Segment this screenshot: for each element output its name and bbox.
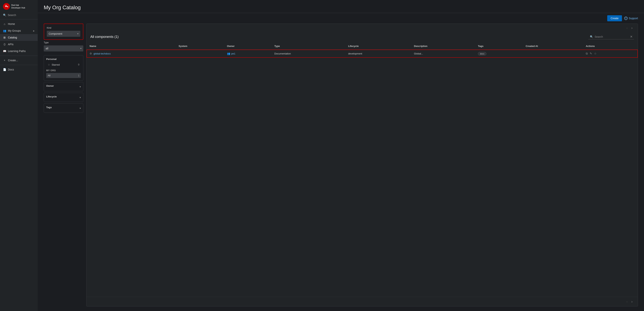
col-tags: Tags — [475, 43, 522, 50]
sidebar: Red Hat Developer Hub 🔍 Search ⌂ Home 👥 … — [0, 0, 38, 311]
support-label: Support — [629, 17, 638, 20]
main-toolbar: Create ? Support — [38, 13, 644, 24]
col-system: System — [176, 43, 224, 50]
filter-owner-section: Owner ▾ — [44, 82, 83, 91]
filter-type-select-wrapper[interactable]: all — [44, 46, 83, 52]
cell-actions: ⧉ ✎ ☆ — [583, 50, 638, 58]
filter-type-select[interactable]: all — [44, 46, 83, 52]
next-page-button-bottom[interactable]: › — [630, 299, 634, 304]
filter-starred-row[interactable]: ☆ Starred 0 — [46, 62, 81, 67]
col-name: Name — [86, 43, 176, 50]
filter-starred-count: 0 — [78, 63, 79, 66]
cell-name: ⚙ global-techdocs — [86, 50, 176, 58]
grid-icon: ⊞ — [3, 36, 6, 39]
sidebar-item-catalog[interactable]: ⊞ Catalog — [0, 34, 38, 41]
chevron-down-icon: ▾ — [80, 85, 81, 88]
star-action-icon[interactable]: ☆ — [594, 52, 596, 55]
sidebar-search-label: Search — [8, 14, 16, 16]
edit-icon[interactable]: ✎ — [590, 52, 592, 55]
col-lifecycle: Lifecycle — [345, 43, 411, 50]
cell-owner: 👥 pe1 — [224, 50, 271, 58]
main-content: My Org Catalog Create ? Support Kind Com… — [38, 0, 644, 311]
cell-tags: docs — [475, 50, 522, 58]
owner-cell-content: 👥 pe1 — [227, 52, 268, 55]
app-logo: Red Hat Developer Hub — [0, 0, 38, 12]
filter-kind-select-wrapper[interactable]: Component — [47, 31, 80, 37]
support-icon: ? — [624, 16, 628, 20]
name-cell-content: ⚙ global-techdocs — [90, 52, 172, 55]
filter-lifecycle-dropdown[interactable]: Lifecycle ▾ — [46, 95, 81, 100]
table-search-bar[interactable]: 🔍 ✕ — [588, 34, 634, 40]
table-panel: ‹ › All components (1) 🔍 ✕ Name — [86, 24, 638, 306]
filter-kind-label: Kind — [47, 26, 80, 29]
filter-all-row[interactable]: All 1 — [46, 73, 81, 78]
content-area: Kind Component Type all Personal — [38, 24, 644, 311]
filter-tags-dropdown[interactable]: Tags ▾ — [46, 106, 81, 110]
filter-all-count: 1 — [78, 74, 79, 77]
book-icon: 📖 — [3, 50, 6, 52]
filter-personal-section: Personal ☆ Starred 0 My Org All 1 — [44, 55, 83, 80]
filter-tags-section: Tags ▾ — [44, 104, 83, 113]
table-search-input[interactable] — [594, 35, 628, 38]
table-header: All components (1) 🔍 ✕ — [86, 31, 638, 43]
catalog-table: Name System Owner Type Lifecycle Descrip… — [86, 43, 638, 58]
sidebar-item-create[interactable]: ＋ Create... — [0, 57, 38, 64]
support-button[interactable]: ? Support — [624, 16, 638, 20]
sidebar-item-home-label: Home — [8, 22, 15, 26]
table-search-icon: 🔍 — [590, 35, 593, 38]
sidebar-divider-3 — [0, 65, 38, 65]
component-icon: ⚙ — [90, 52, 92, 55]
filter-kind-select[interactable]: Component — [47, 31, 80, 37]
pagination-controls-top: ‹ › — [625, 25, 634, 31]
star-icon: ☆ — [48, 63, 50, 66]
filter-lifecycle-label: Lifecycle — [46, 95, 57, 98]
chevron-down-icon-2: ▾ — [80, 96, 81, 99]
table-row[interactable]: ⚙ global-techdocs 👥 pe1 — [86, 50, 638, 58]
filter-type-label: Type — [44, 41, 83, 44]
action-icons-group: ⧉ ✎ ☆ — [586, 52, 635, 55]
cell-system — [176, 50, 224, 58]
chevron-right-icon: ▶ — [33, 30, 35, 32]
create-button[interactable]: Create — [607, 15, 622, 21]
sidebar-item-catalog-label: Catalog — [8, 36, 17, 39]
filter-personal-title: Personal — [46, 58, 81, 60]
col-actions: Actions — [583, 43, 638, 50]
app-name-text: Red Hat Developer Hub — [11, 4, 25, 9]
pagination-top: ‹ › — [86, 24, 638, 31]
sidebar-item-docs[interactable]: 📄 Docs — [0, 66, 38, 73]
filter-owner-label: Owner — [46, 84, 54, 87]
search-clear-button[interactable]: ✕ — [630, 35, 632, 38]
chevron-down-icon-3: ▾ — [80, 107, 81, 110]
pagination-bottom: ‹ › — [86, 297, 638, 306]
cell-type: Documentation — [271, 50, 345, 58]
home-icon: ⌂ — [3, 22, 6, 26]
table-title: All components (1) — [90, 35, 118, 39]
col-owner: Owner — [224, 43, 271, 50]
table-header-row: Name System Owner Type Lifecycle Descrip… — [86, 43, 638, 50]
prev-page-button-top[interactable]: ‹ — [625, 25, 629, 31]
cell-description: Global... — [411, 50, 475, 58]
sidebar-item-docs-label: Docs — [8, 68, 14, 71]
sidebar-item-home[interactable]: ⌂ Home — [0, 20, 38, 27]
table-body: ⚙ global-techdocs 👥 pe1 — [86, 50, 638, 58]
page-title: My Org Catalog — [44, 4, 638, 10]
next-page-button-top[interactable]: › — [630, 25, 634, 31]
filter-lifecycle-section: Lifecycle ▾ — [44, 93, 83, 102]
sidebar-item-apis[interactable]: ⟨⟩ APIs — [0, 41, 38, 48]
sidebar-item-my-groups-label: My Groups — [8, 29, 21, 32]
users-icon: 👥 — [3, 29, 6, 32]
filter-tags-label: Tags — [46, 106, 52, 109]
component-name-link[interactable]: global-techdocs — [94, 52, 111, 55]
filter-all-label: All — [48, 74, 50, 77]
filter-owner-dropdown[interactable]: Owner ▾ — [46, 84, 81, 89]
col-created-at: Created At — [522, 43, 583, 50]
external-link-icon[interactable]: ⧉ — [586, 52, 588, 55]
sidebar-item-my-groups[interactable]: 👥 My Groups ▶ — [0, 27, 38, 34]
filter-kind-section: Kind Component — [44, 24, 83, 40]
code-icon: ⟨⟩ — [3, 43, 6, 46]
sidebar-item-learning-paths[interactable]: 📖 Learning Paths — [0, 48, 38, 54]
owner-link[interactable]: pe1 — [231, 52, 236, 55]
prev-page-button-bottom[interactable]: ‹ — [625, 299, 629, 304]
sidebar-search[interactable]: 🔍 Search — [0, 12, 38, 18]
file-icon: 📄 — [3, 68, 6, 71]
